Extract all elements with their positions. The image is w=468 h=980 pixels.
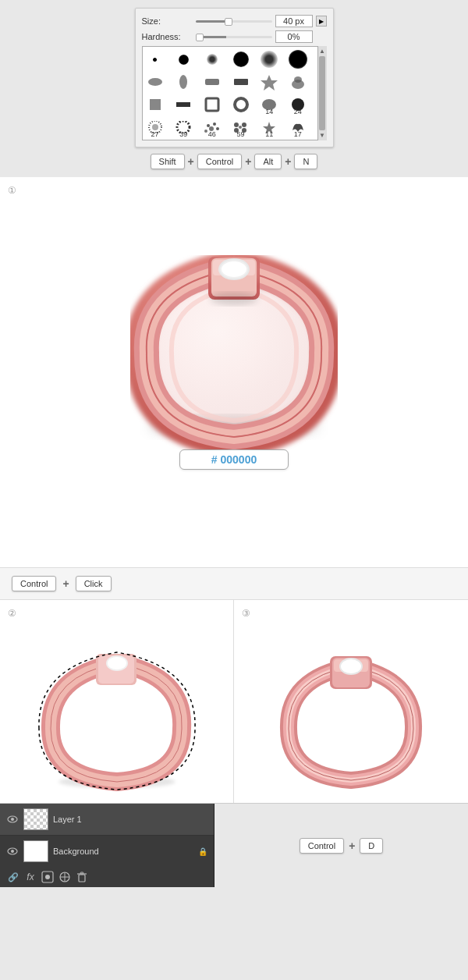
- step2-ring-container: [12, 612, 222, 791]
- brush-number-46: 46: [208, 130, 216, 138]
- bg-eye[interactable]: [6, 845, 19, 858]
- brush-preset-22[interactable]: 59: [230, 116, 252, 138]
- svg-point-17: [213, 123, 216, 126]
- layer-item-1[interactable]: Layer 1: [0, 804, 214, 836]
- brush-preset-11[interactable]: [258, 71, 280, 93]
- bg-name: Background: [53, 847, 193, 856]
- control-key[interactable]: Control: [197, 154, 242, 169]
- svg-point-47: [11, 818, 14, 821]
- mask-icon[interactable]: [41, 870, 55, 884]
- hardness-row: Hardness: ▶: [142, 30, 327, 43]
- svg-point-51: [45, 875, 50, 879]
- svg-point-20: [204, 130, 207, 133]
- svg-rect-9: [206, 98, 218, 111]
- brush-preset-14[interactable]: [172, 94, 194, 115]
- layers-key-combo: Control + D: [214, 804, 468, 887]
- svg-point-40: [108, 657, 126, 669]
- brush-preset-24[interactable]: 17: [287, 116, 309, 138]
- hardness-label: Hardness:: [142, 32, 193, 41]
- two-col-panels: ②: [0, 599, 468, 803]
- circle-icon[interactable]: [58, 870, 72, 884]
- layers-panel-left: Layer 1 Background 🔒 🔗 fx: [0, 804, 214, 887]
- brush-number-24: 24: [294, 108, 302, 115]
- fx-icon[interactable]: fx: [23, 870, 37, 884]
- size-value[interactable]: [275, 15, 313, 27]
- brush-preset-10[interactable]: [230, 71, 252, 93]
- ring-container: # 000000: [16, 193, 452, 497]
- color-indicator: # 000000: [179, 449, 289, 470]
- brush-grid-container: 14 24 27 39 46 59 11 17 ▲ ▼: [142, 46, 327, 140]
- layers-control-key[interactable]: Control: [300, 838, 344, 854]
- brush-number-17: 17: [294, 130, 302, 138]
- brush-preset-18[interactable]: 24: [287, 94, 309, 115]
- svg-rect-7: [150, 99, 161, 110]
- hardness-slider[interactable]: [196, 36, 272, 38]
- size-slider-handle[interactable]: [225, 18, 232, 26]
- svg-rect-57: [80, 872, 83, 874]
- plus-1: +: [188, 155, 194, 168]
- svg-point-19: [216, 127, 219, 130]
- layers-plus: +: [349, 840, 355, 852]
- key-combo-bar: Shift + Control + Alt + N: [135, 154, 334, 169]
- alt-key[interactable]: Alt: [254, 154, 282, 169]
- brush-preset-21[interactable]: 46: [201, 116, 223, 138]
- svg-point-35: [211, 293, 257, 305]
- brush-preset-9[interactable]: [201, 71, 223, 93]
- svg-rect-55: [79, 875, 85, 882]
- brush-preset-15[interactable]: [201, 94, 223, 115]
- control-click-key[interactable]: Control: [12, 576, 56, 591]
- brush-preset-1[interactable]: [144, 48, 166, 70]
- step3-number: ③: [242, 608, 250, 619]
- link-icon[interactable]: 🔗: [6, 870, 20, 884]
- size-slider[interactable]: [196, 20, 272, 23]
- panel-step2: ②: [0, 600, 234, 803]
- brush-preset-4[interactable]: [230, 48, 252, 70]
- color-indicator-container: # 000000: [179, 449, 289, 470]
- hardness-slider-handle[interactable]: [196, 34, 204, 41]
- layer-background[interactable]: Background 🔒: [0, 836, 214, 867]
- step2-number: ②: [8, 608, 16, 619]
- step3-ring-container: [246, 612, 456, 791]
- brush-preset-7[interactable]: [144, 71, 166, 93]
- svg-point-16: [207, 124, 210, 127]
- brush-preset-2[interactable]: [172, 48, 194, 70]
- step1-number: ①: [8, 185, 16, 196]
- brush-preset-6[interactable]: [287, 48, 309, 70]
- svg-rect-2: [205, 79, 219, 85]
- brush-number-14: 14: [265, 108, 273, 115]
- d-key[interactable]: D: [360, 838, 383, 854]
- brush-preset-5[interactable]: [258, 48, 280, 70]
- brush-preset-8[interactable]: [172, 71, 194, 93]
- size-arrow[interactable]: ▶: [316, 16, 327, 27]
- svg-point-25: [239, 126, 242, 129]
- brush-preset-17[interactable]: 14: [258, 94, 280, 115]
- lock-icon: 🔒: [198, 847, 207, 856]
- trash-icon[interactable]: [75, 870, 89, 884]
- click-key[interactable]: Click: [76, 576, 112, 591]
- svg-point-49: [11, 850, 14, 853]
- svg-point-22: [242, 123, 246, 127]
- svg-point-0: [148, 78, 162, 86]
- color-hash: #: [211, 453, 218, 466]
- brush-preset-16[interactable]: [230, 94, 252, 115]
- brush-number-39: 39: [179, 130, 187, 138]
- main-area-step1: ①: [0, 177, 468, 567]
- brush-preset-12[interactable]: [287, 71, 309, 93]
- svg-point-1: [179, 75, 187, 89]
- brush-preset-23[interactable]: 11: [258, 116, 280, 138]
- brush-preset-20[interactable]: 39: [172, 116, 194, 138]
- n-key[interactable]: N: [294, 154, 317, 169]
- hardness-value[interactable]: [275, 30, 313, 43]
- bottom-strip: Control + Click: [0, 567, 468, 599]
- ring-illustration: # 000000: [109, 216, 359, 481]
- svg-rect-3: [234, 79, 248, 85]
- brush-preset-13[interactable]: [144, 94, 166, 115]
- brush-preset-3[interactable]: [201, 48, 223, 70]
- brush-scrollbar[interactable]: ▲ ▼: [317, 46, 327, 140]
- shift-key[interactable]: Shift: [151, 154, 185, 169]
- layer1-eye[interactable]: [6, 813, 19, 826]
- brush-preset-19[interactable]: 27: [144, 116, 166, 138]
- svg-marker-4: [261, 75, 278, 91]
- brush-number-11: 11: [265, 130, 273, 138]
- brush-panel: Size: ▶ Hardness: ▶: [135, 8, 334, 147]
